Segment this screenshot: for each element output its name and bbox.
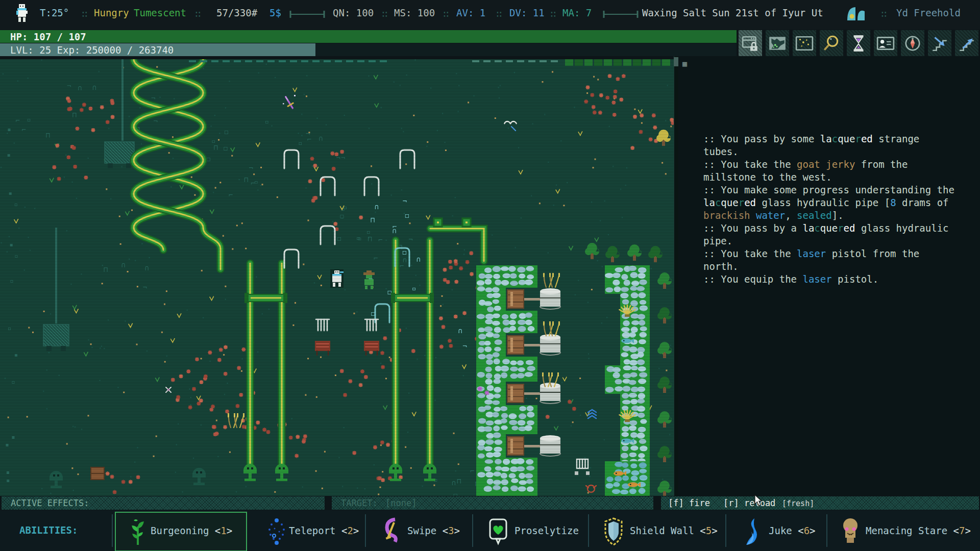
character-card-icon[interactable] (874, 30, 897, 56)
separator-glyph: ∷ (550, 8, 556, 19)
ability-label: Shield Wall <5> (630, 525, 718, 536)
temperature-readout: T:25° (40, 7, 69, 18)
carry-weight: 57/330# (216, 7, 257, 18)
ability-shield-wall[interactable]: Shield Wall <5> (602, 510, 625, 551)
ability-separator (725, 514, 726, 547)
level-exp-readout: LVL: 25 Exp: 250000 / 263740 (10, 44, 174, 56)
stat-mental-armor: MA: 7 (562, 7, 592, 18)
shield-icon (602, 516, 625, 549)
ability-teleport[interactable]: Teleport <2> (265, 510, 288, 551)
teleport-icon (265, 516, 288, 549)
ability-swipe[interactable]: Swipe <3> (380, 510, 402, 551)
log-line: :: You make some progress understanding … (703, 184, 974, 196)
ability-separator (365, 514, 366, 547)
separator-glyph: ∷ (443, 8, 449, 19)
ability-label: Juke <6> (769, 525, 816, 536)
juke-icon (741, 516, 764, 549)
fire-hint[interactable]: [f] fire (668, 498, 710, 508)
log-line: lacquered glass hydraulic pipe [8 drams … (703, 196, 974, 209)
world-map-icon[interactable] (766, 30, 789, 56)
player-portrait-icon (13, 3, 31, 27)
stat-armor: AV: 1 (456, 7, 485, 18)
game-date: Waxing Salt Sun 21st of Iyur Ut (642, 7, 823, 18)
mouse-cursor (754, 495, 765, 507)
sprout-icon (127, 516, 149, 549)
stairs-up-icon[interactable] (955, 30, 978, 56)
toolbar-icon-strip (739, 30, 980, 56)
ability-label: Menacing Stare <7> (866, 525, 971, 536)
location-name[interactable]: Yd Freehold (896, 7, 961, 18)
hp-bar: HP: 107 / 107 (0, 30, 737, 43)
stat-movespeed: MS: 100 (394, 7, 435, 18)
log-line: tubes. (703, 145, 974, 158)
ability-separator (588, 514, 589, 547)
status-tumescent[interactable]: Tumescent (134, 7, 186, 18)
ability-menacing-stare[interactable]: Menacing Stare <7> (839, 510, 862, 551)
ability-separator (472, 514, 473, 547)
log-line: :: You take the laser pistol from the (703, 247, 974, 260)
stare-icon (839, 516, 862, 549)
reload-hint[interactable]: [r] reload (723, 498, 775, 508)
reload-fresh-suffix: [fresh] (782, 499, 814, 508)
ability-label: Burgeoning <1> (151, 525, 232, 536)
exp-row: LVL: 25 Exp: 250000 / 263740 (0, 43, 737, 56)
separator-glyph: ∷ (496, 8, 502, 19)
ability-burgeoning[interactable]: Burgeoning <1> (127, 510, 149, 551)
log-line: :: You pass by a lacquered glass hydraul… (703, 222, 974, 235)
window-lock-icon[interactable] (739, 30, 762, 56)
meter-icon (289, 10, 326, 18)
weapon-hint-bar: [f] fire [r] reload [fresh] (661, 496, 979, 510)
separator-glyph: ∷ (382, 8, 387, 19)
target-label: TARGET: (341, 498, 378, 508)
swipe-icon (380, 516, 402, 549)
proselytize-icon (487, 516, 509, 549)
target-bar: TARGET: [none] (332, 496, 653, 510)
message-log-lines: :: You pass by some lacquered strangetub… (703, 133, 974, 286)
abilities-label: ABILITIES: (19, 524, 78, 536)
game-map[interactable] (0, 59, 674, 496)
abilities-bar: ABILITIES: ∧ 1 ∨ Burgeoning <1>Teleport … (0, 510, 980, 551)
log-line: millstone to the west. (703, 171, 974, 184)
magnifier-icon[interactable] (820, 30, 843, 56)
status-hungry[interactable]: Hungry (94, 7, 129, 18)
ability-label: Teleport <2> (289, 525, 359, 536)
separator-glyph: ∷ (881, 8, 887, 19)
log-options-icon[interactable]: ▦ (682, 59, 687, 68)
ability-separator (112, 514, 113, 547)
status-bar: T:25° ∷ Hungry Tumescent ∷ 57/330# 5$ QN… (0, 0, 980, 30)
log-line: :: You equip the laser pistol. (703, 273, 974, 286)
moon-phase-icon (845, 4, 868, 22)
stat-quickness: QN: 100 (333, 7, 374, 18)
log-line: pipe. (703, 235, 974, 247)
log-line: brackish water, sealed]. (703, 209, 974, 222)
ability-label: Proselytize (514, 525, 579, 536)
log-line: :: You take the goat jerky from the (703, 158, 974, 171)
money-readout[interactable]: 5$ (270, 7, 281, 18)
separator-glyph: ∷ (195, 8, 201, 19)
log-line: :: You pass by some lacquered strange (703, 133, 974, 145)
ability-proselytize[interactable]: Proselytize (487, 510, 509, 551)
stairs-down-icon[interactable] (928, 30, 951, 56)
hp-readout: HP: 107 / 107 (10, 31, 86, 42)
ability-juke[interactable]: Juke <6> (741, 510, 764, 551)
separator-glyph: ∷ (82, 8, 87, 19)
ability-separator (826, 514, 827, 547)
active-effects-bar: ACTIVE EFFECTS: (2, 496, 325, 510)
log-line: north. (703, 260, 974, 273)
game-window: T:25° ∷ Hungry Tumescent ∷ 57/330# 5$ QN… (0, 0, 980, 551)
sky-chart-icon[interactable] (793, 30, 816, 56)
compass-icon[interactable] (901, 30, 924, 56)
message-log-panel: ▦ :: You pass by some lacquered stranget… (678, 56, 980, 496)
scrollbar-thumb[interactable] (674, 57, 678, 66)
ability-label: Swipe <3> (407, 525, 460, 536)
active-effects-label: ACTIVE EFFECTS: (11, 498, 89, 508)
target-value: [none] (385, 498, 416, 508)
hourglass-icon[interactable] (847, 30, 870, 56)
meter-icon (602, 10, 639, 18)
stat-dodge: DV: 11 (509, 7, 545, 18)
